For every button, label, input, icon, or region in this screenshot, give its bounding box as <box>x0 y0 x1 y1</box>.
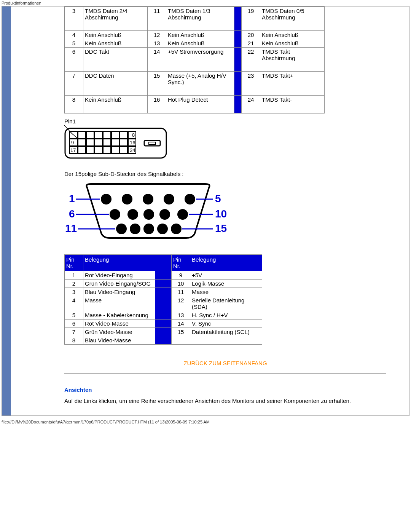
svg-rect-4 <box>86 131 94 138</box>
pin-num: 8 <box>65 96 83 113</box>
svg-point-43 <box>177 209 188 220</box>
pin-desc: Blau Video-Eingang <box>83 288 155 296</box>
table-row: 3TMDS Daten 2/4 Abschirmung11TMDS Daten … <box>65 7 325 31</box>
svg-point-36 <box>143 194 153 204</box>
pin-num: 6 <box>65 320 83 328</box>
spacer <box>234 7 242 31</box>
svg-point-44 <box>116 224 127 234</box>
content-frame: 3TMDS Daten 2/4 Abschirmung11TMDS Daten … <box>2 6 409 416</box>
svg-point-46 <box>143 224 154 234</box>
svg-text:15: 15 <box>215 222 227 234</box>
spacer <box>234 31 242 39</box>
vga-caption: Der 15polige Sub-D-Stecker des Signalkab… <box>64 171 386 177</box>
pin-desc: Kein Anschluß <box>260 39 325 48</box>
pin-num <box>172 336 190 345</box>
pin-num: 12 <box>148 31 166 39</box>
spacer <box>155 320 172 328</box>
page-footer: file:///D|/My%20Documents/dfu/A7/german/… <box>0 416 411 426</box>
dvi-pin-table: 3TMDS Daten 2/4 Abschirmung11TMDS Daten … <box>64 6 325 113</box>
col-pin: Pin Nr. <box>65 255 83 271</box>
table-row: 2Grün Video-Eingang/SOG10Logik-Masse <box>65 280 262 288</box>
pin-desc: Kein Anschluß <box>83 31 148 39</box>
svg-point-41 <box>143 209 154 220</box>
table-row: 5Kein Anschluß13Kein Anschluß21Kein Ansc… <box>65 39 325 48</box>
pin-desc: Serielle Datenleitung (SDA) <box>190 296 262 311</box>
pin-num: 12 <box>172 296 190 311</box>
views-text: Auf die Links klicken, um eine Reihe ver… <box>64 398 386 404</box>
pin-desc: DDC Daten <box>83 72 148 96</box>
spacer <box>234 96 242 113</box>
pin-num: 3 <box>65 288 83 296</box>
pin-desc: Kein Anschluß <box>166 39 234 48</box>
pin-desc: TMDS Daten 2/4 Abschirmung <box>83 7 148 31</box>
pin1-label: Pin1 <box>64 118 386 125</box>
pin-desc: Rot Video-Eingang <box>83 271 155 280</box>
pin-desc: Datentaktleitung (SCL) <box>190 328 262 336</box>
pin-num: 15 <box>148 72 166 96</box>
vga-pin-table: Pin Nr.BelegungPin Nr.Belegung1Rot Video… <box>64 254 262 345</box>
table-row: 6DDC Takt14+5V Stromversorgung22TMDS Tak… <box>65 48 325 72</box>
svg-point-40 <box>127 209 138 220</box>
svg-rect-7 <box>112 131 119 138</box>
col-assign: Belegung <box>83 255 155 271</box>
pin-num: 14 <box>148 48 166 72</box>
svg-text:24: 24 <box>130 147 135 153</box>
pin-num: 13 <box>148 39 166 48</box>
pin-desc: TMDS Takt+ <box>260 72 325 96</box>
svg-point-45 <box>130 224 140 234</box>
pin-desc: Grün Video-Masse <box>83 328 155 336</box>
svg-text:10: 10 <box>215 208 227 220</box>
svg-text:8: 8 <box>132 132 135 138</box>
svg-rect-13 <box>95 139 102 146</box>
spacer <box>155 288 172 296</box>
pin-num: 4 <box>65 296 83 311</box>
svg-rect-6 <box>103 131 111 138</box>
pin-num: 8 <box>65 336 83 345</box>
table-row: 5Masse - Kabelerkennung13H. Sync / H+V <box>65 311 262 320</box>
back-to-top-wrap: ZURÜCK ZUM SEITENANFANG <box>64 360 386 366</box>
pin-num: 7 <box>65 72 83 96</box>
svg-rect-14 <box>103 139 111 146</box>
svg-rect-22 <box>103 147 111 153</box>
views-heading: Ansichten <box>64 387 386 393</box>
table-row: 8Kein Anschluß16Hot Plug Detect24TMDS Ta… <box>65 96 325 113</box>
main-content: 3TMDS Daten 2/4 Abschirmung11TMDS Daten … <box>64 6 409 415</box>
svg-text:17: 17 <box>70 147 76 153</box>
svg-point-34 <box>101 194 112 204</box>
divider-1 <box>64 373 386 374</box>
dvi-connector-diagram: 8 9 16 17 24 <box>64 125 386 161</box>
pin-num: 10 <box>172 280 190 288</box>
left-margin <box>11 6 64 415</box>
svg-text:1: 1 <box>69 193 75 204</box>
pin-desc: Masse <box>190 288 262 296</box>
pin-num: 13 <box>172 311 190 320</box>
pin-num: 5 <box>65 311 83 320</box>
pin-desc: Masse - Kabelerkennung <box>83 311 155 320</box>
pin-desc: +5V <box>190 271 262 280</box>
spacer <box>155 336 172 345</box>
back-to-top-link[interactable]: ZURÜCK ZUM SEITENANFANG <box>183 360 267 366</box>
table-row: 3Blau Video-Eingang11Masse <box>65 288 262 296</box>
svg-rect-12 <box>86 139 94 146</box>
spacer <box>155 255 172 271</box>
pin-num: 5 <box>65 39 83 48</box>
svg-rect-11 <box>78 139 86 146</box>
pin-num: 9 <box>172 271 190 280</box>
svg-text:6: 6 <box>69 208 75 220</box>
pin-desc: Hot Plug Detect <box>166 96 234 113</box>
left-blue-strip <box>2 6 11 415</box>
pin-num: 11 <box>148 7 166 31</box>
pin-desc: Kein Anschluß <box>166 31 234 39</box>
table-row: 1Rot Video-Eingang9+5V <box>65 271 262 280</box>
pin-desc: V. Sync <box>190 320 262 328</box>
vga-connector-diagram: 1 6 11 5 10 15 <box>64 181 386 243</box>
page-header: Produktinformationen <box>0 0 411 6</box>
table-header-row: Pin Nr.BelegungPin Nr.Belegung <box>65 255 262 271</box>
svg-rect-23 <box>112 147 119 153</box>
pin-desc: Kein Anschluß <box>83 39 148 48</box>
svg-point-37 <box>164 194 174 204</box>
svg-rect-8 <box>120 131 127 138</box>
col-assign: Belegung <box>190 255 262 271</box>
svg-rect-16 <box>120 139 127 146</box>
pin-desc: H. Sync / H+V <box>190 311 262 320</box>
